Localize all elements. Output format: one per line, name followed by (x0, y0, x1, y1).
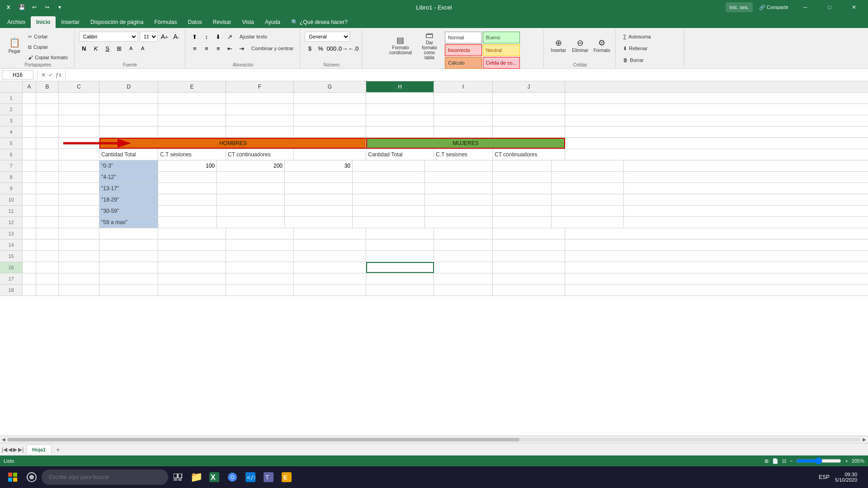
cell-a10[interactable] (23, 194, 36, 205)
cell-b15[interactable] (36, 251, 59, 262)
cell-c15[interactable] (59, 251, 99, 262)
cell-h6[interactable]: Cantidad Total (366, 149, 434, 160)
cell-f14[interactable] (226, 239, 294, 250)
col-header-e[interactable]: E (158, 81, 226, 92)
cell-g9[interactable] (285, 183, 353, 194)
col-header-j[interactable]: J (493, 81, 565, 92)
cell-j8[interactable] (493, 172, 552, 183)
cell-g17[interactable] (294, 273, 366, 284)
style-neutral[interactable]: Neutral (483, 44, 520, 56)
cell-f9[interactable] (217, 183, 285, 194)
col-header-g[interactable]: G (294, 81, 366, 92)
cell-b13[interactable] (36, 228, 59, 239)
cell-k8[interactable] (552, 172, 624, 183)
cell-k9[interactable] (552, 183, 624, 194)
font-size-select[interactable]: 11 (140, 32, 158, 42)
cell-g3[interactable] (294, 115, 366, 126)
taskbar-vscode[interactable]: </> (242, 469, 259, 485)
tab-disposicion[interactable]: Disposición de página (85, 16, 149, 28)
cell-h12[interactable] (353, 217, 425, 228)
cell-c13[interactable] (59, 228, 99, 239)
cell-g6[interactable] (294, 149, 366, 160)
cell-j2[interactable] (493, 104, 565, 115)
minimize-button[interactable]: ─ (795, 0, 816, 14)
cell-i6[interactable]: C.T sesiones (434, 149, 493, 160)
cell-i9[interactable] (425, 183, 493, 194)
cell-c1[interactable] (59, 93, 99, 103)
cell-i11[interactable] (425, 206, 493, 216)
cell-a9[interactable] (23, 183, 36, 194)
cell-f3[interactable] (226, 115, 294, 126)
col-header-h[interactable]: H (366, 81, 434, 92)
tab-insertar[interactable]: Insertar (56, 16, 85, 28)
cell-b16[interactable] (36, 262, 59, 273)
tab-archivo[interactable]: Archivo (2, 16, 31, 28)
close-button[interactable]: ✕ (844, 0, 864, 14)
row-num-11[interactable]: 11 (0, 206, 23, 216)
signin-button[interactable]: Inic. ses. (726, 2, 752, 12)
cell-f13[interactable] (226, 228, 294, 239)
cell-f8[interactable] (217, 172, 285, 183)
cell-c16[interactable] (59, 262, 99, 273)
sheet-prev-btn[interactable]: ◀ (8, 446, 12, 453)
col-header-f[interactable]: F (226, 81, 294, 92)
tab-formulas[interactable]: Fórmulas (149, 16, 182, 28)
grid-scroll[interactable]: 1 2 (0, 93, 868, 296)
cell-d10-label[interactable]: "18-29" (99, 194, 158, 205)
row-num-8[interactable]: 8 (0, 172, 23, 183)
row-num-10[interactable]: 10 (0, 194, 23, 205)
windows-start-button[interactable] (4, 468, 22, 486)
col-header-a[interactable]: A (23, 81, 36, 92)
cell-i15[interactable] (434, 251, 493, 262)
cell-h15[interactable] (366, 251, 434, 262)
view-normal-icon[interactable]: ⊞ (764, 458, 769, 464)
cell-c3[interactable] (59, 115, 99, 126)
row-num-6[interactable]: 6 (0, 149, 23, 160)
percent-button[interactable]: % (316, 43, 326, 53)
cell-g4[interactable] (294, 127, 366, 137)
cell-d14[interactable] (99, 239, 158, 250)
cell-c18[interactable] (59, 285, 99, 296)
cell-j18[interactable] (493, 285, 565, 296)
cell-h13[interactable] (366, 228, 434, 239)
cell-e3[interactable] (158, 115, 226, 126)
fill-color-button[interactable]: A (126, 43, 136, 53)
cell-g16[interactable] (294, 262, 366, 273)
increase-font-button[interactable]: A+ (160, 32, 170, 42)
cell-d18[interactable] (99, 285, 158, 296)
rotate-text-button[interactable]: ↗ (225, 32, 235, 42)
row-num-15[interactable]: 15 (0, 251, 23, 262)
cell-a17[interactable] (23, 273, 36, 284)
cortar-button[interactable]: ✂ Cortar (25, 32, 71, 42)
cell-j1[interactable] (493, 93, 565, 103)
row-num-12[interactable]: 12 (0, 217, 23, 228)
cell-i14[interactable] (434, 239, 493, 250)
cell-c11[interactable] (59, 206, 99, 216)
comma-button[interactable]: 000 (326, 43, 336, 53)
cell-e13[interactable] (158, 228, 226, 239)
row-num-17[interactable]: 17 (0, 273, 23, 284)
row-num-4[interactable]: 4 (0, 127, 23, 137)
tab-inicio[interactable]: Inicio (31, 16, 56, 28)
cell-e1[interactable] (158, 93, 226, 103)
row-num-2[interactable]: 2 (0, 104, 23, 115)
cell-g8[interactable] (285, 172, 353, 183)
borrar-button[interactable]: 🗑 Borrar (620, 55, 646, 65)
cell-e11[interactable] (158, 206, 217, 216)
cell-b11[interactable] (36, 206, 59, 216)
row-num-14[interactable]: 14 (0, 239, 23, 250)
taskbar-excel[interactable]: X (206, 469, 222, 485)
tab-search[interactable]: 🔍¿Qué desea hacer? (286, 16, 353, 28)
col-header-d[interactable]: D (99, 81, 158, 92)
cell-a8[interactable] (23, 172, 36, 183)
pegar-button[interactable]: 📋 Pegar (5, 32, 24, 59)
cell-d7-label[interactable]: "0-3" (99, 160, 158, 171)
cell-h2[interactable] (366, 104, 434, 115)
insertar-button[interactable]: ⊕ Insertar (548, 32, 568, 59)
tab-ayuda[interactable]: Ayuda (259, 16, 286, 28)
sheet-first-btn[interactable]: |◀ (2, 446, 7, 453)
style-celda-co[interactable]: Celda de co... (483, 57, 520, 69)
row-num-1[interactable]: 1 (0, 93, 23, 103)
cell-g2[interactable] (294, 104, 366, 115)
scroll-right-btn[interactable]: ▶ (863, 437, 866, 442)
